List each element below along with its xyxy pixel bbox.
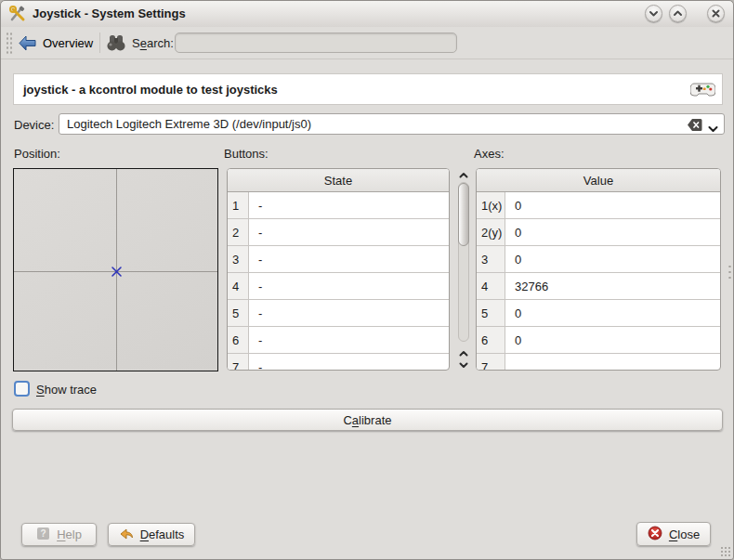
window-title: Joystick - System Settings <box>33 7 186 20</box>
button-row: 5 - <box>228 300 449 327</box>
gamepad-icon <box>690 79 715 103</box>
overview-label: Overview <box>43 36 93 50</box>
toolbar: Overview Search: <box>1 27 733 59</box>
undo-arrow-icon <box>119 527 134 542</box>
axis-label: 6 <box>477 327 505 353</box>
close-window-button[interactable] <box>707 5 725 22</box>
device-selected-value: Logitech Logitech Extreme 3D (/dev/input… <box>67 117 311 131</box>
button-row: 6 - <box>228 327 449 354</box>
axis-value: 0 <box>505 246 720 272</box>
button-row: 1 - <box>228 192 449 219</box>
system-settings-window: Joystick - System Settings <box>0 0 734 560</box>
close-label: Close <box>669 527 700 541</box>
module-header: joystick - a kcontrol module to test joy… <box>13 73 723 105</box>
axis-label: 5 <box>477 300 505 326</box>
defaults-label: Defaults <box>140 527 185 541</box>
calibrate-label: Calibrate <box>343 413 391 427</box>
scroll-up-bottom-icon[interactable] <box>459 347 468 357</box>
axis-label: 7 <box>477 354 505 371</box>
help-button[interactable]: ? Help <box>21 523 97 546</box>
button-number: 6 <box>228 327 249 353</box>
device-label: Device: <box>14 118 54 132</box>
button-number: 1 <box>228 192 249 218</box>
position-section-label: Position: <box>14 147 60 161</box>
axes-table-body: 1(x) 0 2(y) 0 3 0 4 32766 5 0 6 0 7 <box>477 192 720 371</box>
show-trace-checkbox[interactable] <box>14 381 30 397</box>
module-title: joystick - a kcontrol module to test joy… <box>23 83 278 97</box>
buttons-table-body: 1 - 2 - 3 - 4 - 5 - 6 - 7 - <box>228 192 449 371</box>
toolbar-drag-handle[interactable] <box>6 32 13 54</box>
axes-section-label: Axes: <box>474 147 505 161</box>
axis-row: 1(x) 0 <box>477 192 720 219</box>
search-label: Search: <box>132 36 174 50</box>
buttons-table-scrollbar[interactable] <box>456 169 471 370</box>
search-binoculars-icon <box>105 33 127 56</box>
axis-value: 0 <box>505 300 720 326</box>
close-button[interactable]: Close <box>636 522 711 546</box>
button-state: - <box>249 192 449 218</box>
scrollbar-thumb[interactable] <box>458 183 469 246</box>
axis-row: 6 0 <box>477 327 720 354</box>
combobox-chevron-down-icon <box>708 122 718 136</box>
button-state: - <box>249 219 449 245</box>
defaults-button[interactable]: Defaults <box>108 523 195 546</box>
button-state: - <box>249 327 449 353</box>
buttons-table-header: State <box>228 169 449 192</box>
help-label: Help <box>57 527 82 541</box>
close-red-icon <box>648 526 662 543</box>
system-settings-tools-icon <box>8 5 27 23</box>
axes-table[interactable]: Value 1(x) 0 2(y) 0 3 0 4 32766 5 0 6 0 <box>476 168 721 371</box>
show-trace-label[interactable]: Show trace <box>36 383 97 397</box>
clear-input-icon[interactable] <box>687 118 702 135</box>
button-state: - <box>249 300 449 326</box>
calibrate-button[interactable]: Calibrate <box>12 409 723 431</box>
axis-label: 4 <box>477 273 505 299</box>
button-number: 3 <box>228 246 249 272</box>
axis-label: 3 <box>477 246 505 272</box>
button-number: 5 <box>228 300 249 326</box>
resize-grip[interactable] <box>720 546 731 557</box>
pane-splitter-handle[interactable] <box>728 264 731 279</box>
overview-button[interactable]: Overview <box>15 31 97 55</box>
button-row: 2 - <box>228 219 449 246</box>
axis-label: 2(y) <box>477 219 505 245</box>
scroll-up-icon[interactable] <box>459 169 468 178</box>
axis-row: 7 <box>477 354 720 371</box>
buttons-table[interactable]: State 1 - 2 - 3 - 4 - 5 - 6 - 7 <box>227 168 450 371</box>
buttons-section-label: Buttons: <box>224 147 269 161</box>
button-state: - <box>249 354 449 371</box>
axis-value: 0 <box>505 192 720 218</box>
axis-value: 0 <box>505 327 720 353</box>
axis-label: 1(x) <box>477 192 505 218</box>
axis-value <box>505 354 720 371</box>
scroll-down-icon[interactable] <box>459 358 468 368</box>
svg-text:?: ? <box>41 528 46 539</box>
chevron-down-icon <box>648 7 660 20</box>
axis-row: 2(y) 0 <box>477 219 720 246</box>
help-icon: ? <box>36 527 50 543</box>
titlebar[interactable]: Joystick - System Settings <box>1 1 733 28</box>
back-arrow-icon <box>19 35 36 51</box>
button-state: - <box>249 273 449 299</box>
axis-row: 4 32766 <box>477 273 720 300</box>
axis-value: 0 <box>505 219 720 245</box>
axis-row: 3 0 <box>477 246 720 273</box>
search-input[interactable] <box>175 33 457 53</box>
axis-value: 32766 <box>505 273 720 299</box>
button-row: 3 - <box>228 246 449 273</box>
button-number: 2 <box>228 219 249 245</box>
chevron-up-icon <box>672 7 684 20</box>
maximize-button[interactable] <box>669 5 687 22</box>
axes-table-header: Value <box>477 169 720 192</box>
button-row: 4 - <box>228 273 449 300</box>
position-pad <box>13 168 218 371</box>
minimize-button[interactable] <box>645 5 662 22</box>
button-row: 7 - <box>228 354 449 371</box>
axis-row: 5 0 <box>477 300 720 327</box>
button-state: - <box>249 246 449 272</box>
device-combobox[interactable]: Logitech Logitech Extreme 3D (/dev/input… <box>59 113 725 135</box>
button-number: 7 <box>228 354 249 371</box>
toolbar-separator <box>99 33 100 53</box>
button-number: 4 <box>228 273 249 299</box>
joystick-position-marker <box>111 266 123 280</box>
